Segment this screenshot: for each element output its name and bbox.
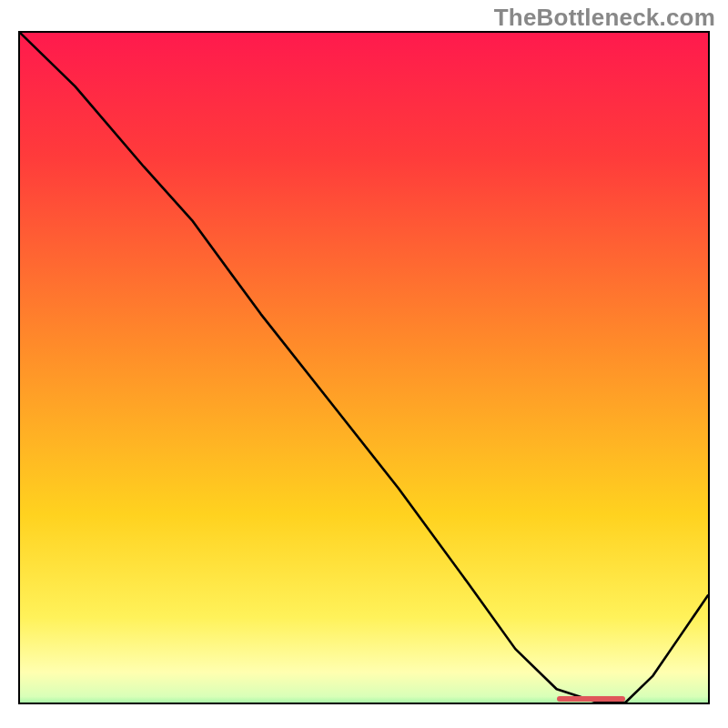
curve-line [20,33,708,703]
chart-container: TheBottleneck.com [0,0,728,728]
watermark-text: TheBottleneck.com [494,4,715,32]
plot-area [18,31,710,704]
optimal-marker [557,696,626,702]
